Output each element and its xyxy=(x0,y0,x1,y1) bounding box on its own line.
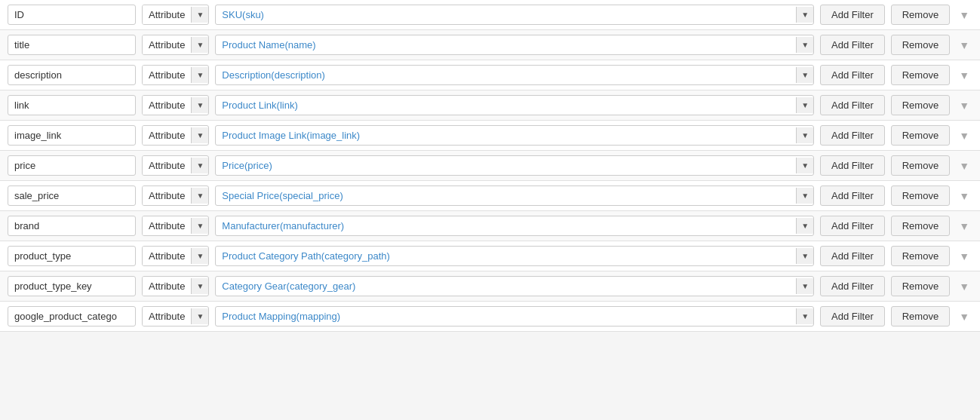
value-arrow-3[interactable]: ▼ xyxy=(796,97,813,113)
value-arrow-5[interactable]: ▼ xyxy=(796,158,813,173)
add-filter-button-5[interactable]: Add Filter xyxy=(820,155,885,176)
row-expand-arrow-7[interactable]: ▼ xyxy=(956,219,972,234)
row-expand-arrow-8[interactable]: ▼ xyxy=(956,249,972,264)
type-arrow-4[interactable]: ▼ xyxy=(191,127,208,143)
add-filter-button-6[interactable]: Add Filter xyxy=(820,185,885,206)
field-input-7[interactable] xyxy=(8,216,136,236)
remove-button-2[interactable]: Remove xyxy=(891,65,950,85)
type-select-0: Attribute ▼ xyxy=(142,5,209,25)
row-expand-arrow-3[interactable]: ▼ xyxy=(956,98,972,113)
type-select-3: Attribute ▼ xyxy=(142,95,209,115)
type-label-7: Attribute xyxy=(143,216,191,235)
value-label-5: Price(price) xyxy=(216,156,796,175)
field-input-5[interactable] xyxy=(8,155,136,176)
type-arrow-8[interactable]: ▼ xyxy=(191,248,208,264)
value-label-1: Product Name(name) xyxy=(216,35,796,54)
mapping-row: Attribute ▼ Description(description) ▼ A… xyxy=(0,60,980,90)
value-select-7: Manufacturer(manufacturer) ▼ xyxy=(215,216,814,236)
value-select-8: Product Category Path(category_path) ▼ xyxy=(215,246,814,266)
row-expand-arrow-2[interactable]: ▼ xyxy=(956,68,972,83)
row-expand-arrow-5[interactable]: ▼ xyxy=(956,158,972,173)
type-label-3: Attribute xyxy=(143,96,191,115)
remove-button-7[interactable]: Remove xyxy=(891,216,950,236)
remove-button-4[interactable]: Remove xyxy=(891,125,950,146)
type-select-6: Attribute ▼ xyxy=(142,185,209,206)
field-input-1[interactable] xyxy=(8,35,136,55)
row-expand-arrow-6[interactable]: ▼ xyxy=(956,189,972,204)
field-input-3[interactable] xyxy=(8,95,136,115)
row-expand-arrow-9[interactable]: ▼ xyxy=(956,279,972,294)
type-select-7: Attribute ▼ xyxy=(142,216,209,236)
type-label-8: Attribute xyxy=(143,247,191,265)
mapping-row: Attribute ▼ Price(price) ▼ Add Filter Re… xyxy=(0,151,980,181)
type-arrow-1[interactable]: ▼ xyxy=(191,37,208,53)
field-input-9[interactable] xyxy=(8,276,136,296)
type-arrow-7[interactable]: ▼ xyxy=(191,218,208,234)
type-label-9: Attribute xyxy=(143,277,191,296)
value-arrow-7[interactable]: ▼ xyxy=(796,218,813,234)
remove-button-10[interactable]: Remove xyxy=(891,306,950,326)
type-label-10: Attribute xyxy=(143,307,191,326)
remove-button-9[interactable]: Remove xyxy=(891,276,950,296)
field-input-4[interactable] xyxy=(8,125,136,146)
field-input-10[interactable] xyxy=(8,306,136,326)
mapping-row: Attribute ▼ Special Price(special_price)… xyxy=(0,181,980,211)
field-input-6[interactable] xyxy=(8,185,136,206)
value-arrow-8[interactable]: ▼ xyxy=(796,248,813,264)
type-select-9: Attribute ▼ xyxy=(142,276,209,296)
mapping-row: Attribute ▼ Manufacturer(manufacturer) ▼… xyxy=(0,211,980,241)
remove-button-8[interactable]: Remove xyxy=(891,246,950,266)
value-select-5: Price(price) ▼ xyxy=(215,155,814,176)
row-expand-arrow-10[interactable]: ▼ xyxy=(956,309,972,324)
type-arrow-2[interactable]: ▼ xyxy=(191,67,208,83)
mapping-row: Attribute ▼ Product Link(link) ▼ Add Fil… xyxy=(0,90,980,121)
remove-button-5[interactable]: Remove xyxy=(891,155,950,176)
value-label-4: Product Image Link(image_link) xyxy=(216,126,796,145)
value-arrow-2[interactable]: ▼ xyxy=(796,67,813,83)
value-arrow-9[interactable]: ▼ xyxy=(796,278,813,294)
add-filter-button-8[interactable]: Add Filter xyxy=(820,246,885,266)
add-filter-button-9[interactable]: Add Filter xyxy=(820,276,885,296)
type-arrow-0[interactable]: ▼ xyxy=(191,7,208,23)
value-arrow-4[interactable]: ▼ xyxy=(796,127,813,143)
value-label-9: Category Gear(category_gear) xyxy=(216,277,796,296)
type-select-1: Attribute ▼ xyxy=(142,35,209,55)
value-arrow-10[interactable]: ▼ xyxy=(796,308,813,324)
mapping-container: Attribute ▼ SKU(sku) ▼ Add Filter Remove… xyxy=(0,0,980,332)
row-expand-arrow-0[interactable]: ▼ xyxy=(956,8,972,23)
remove-button-0[interactable]: Remove xyxy=(891,5,950,25)
type-arrow-10[interactable]: ▼ xyxy=(191,308,208,324)
type-arrow-6[interactable]: ▼ xyxy=(191,188,208,204)
add-filter-button-10[interactable]: Add Filter xyxy=(820,306,885,326)
field-input-8[interactable] xyxy=(8,246,136,266)
type-select-4: Attribute ▼ xyxy=(142,125,209,146)
add-filter-button-0[interactable]: Add Filter xyxy=(820,5,885,25)
remove-button-6[interactable]: Remove xyxy=(891,185,950,206)
row-expand-arrow-4[interactable]: ▼ xyxy=(956,128,972,143)
type-label-6: Attribute xyxy=(143,186,191,205)
type-arrow-3[interactable]: ▼ xyxy=(191,97,208,113)
add-filter-button-7[interactable]: Add Filter xyxy=(820,216,885,236)
remove-button-3[interactable]: Remove xyxy=(891,95,950,115)
type-arrow-5[interactable]: ▼ xyxy=(191,158,208,173)
add-filter-button-2[interactable]: Add Filter xyxy=(820,65,885,85)
type-select-2: Attribute ▼ xyxy=(142,65,209,85)
add-filter-button-1[interactable]: Add Filter xyxy=(820,35,885,55)
add-filter-button-3[interactable]: Add Filter xyxy=(820,95,885,115)
value-arrow-0[interactable]: ▼ xyxy=(796,7,813,23)
value-label-3: Product Link(link) xyxy=(216,96,796,115)
add-filter-button-4[interactable]: Add Filter xyxy=(820,125,885,146)
type-arrow-9[interactable]: ▼ xyxy=(191,278,208,294)
field-input-0[interactable] xyxy=(8,5,136,25)
mapping-row: Attribute ▼ SKU(sku) ▼ Add Filter Remove… xyxy=(0,0,980,30)
value-label-6: Special Price(special_price) xyxy=(216,186,796,205)
type-select-8: Attribute ▼ xyxy=(142,246,209,266)
mapping-row: Attribute ▼ Product Image Link(image_lin… xyxy=(0,121,980,151)
mapping-row: Attribute ▼ Product Category Path(catego… xyxy=(0,241,980,271)
value-arrow-1[interactable]: ▼ xyxy=(796,37,813,53)
value-arrow-6[interactable]: ▼ xyxy=(796,188,813,204)
remove-button-1[interactable]: Remove xyxy=(891,35,950,55)
row-expand-arrow-1[interactable]: ▼ xyxy=(956,38,972,53)
value-label-7: Manufacturer(manufacturer) xyxy=(216,216,796,235)
field-input-2[interactable] xyxy=(8,65,136,85)
